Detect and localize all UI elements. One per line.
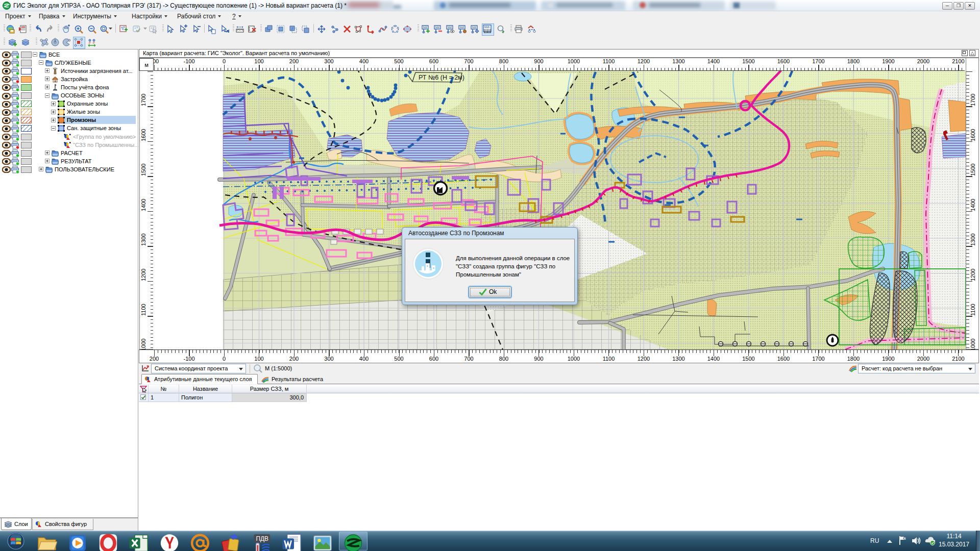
svg-text:ПДВ: ПДВ <box>256 535 268 542</box>
svg-text:P: P <box>89 41 91 44</box>
svg-text:РТ №6 (Н = 2м): РТ №6 (Н = 2м) <box>419 74 464 81</box>
svg-text:P: P <box>93 41 95 44</box>
